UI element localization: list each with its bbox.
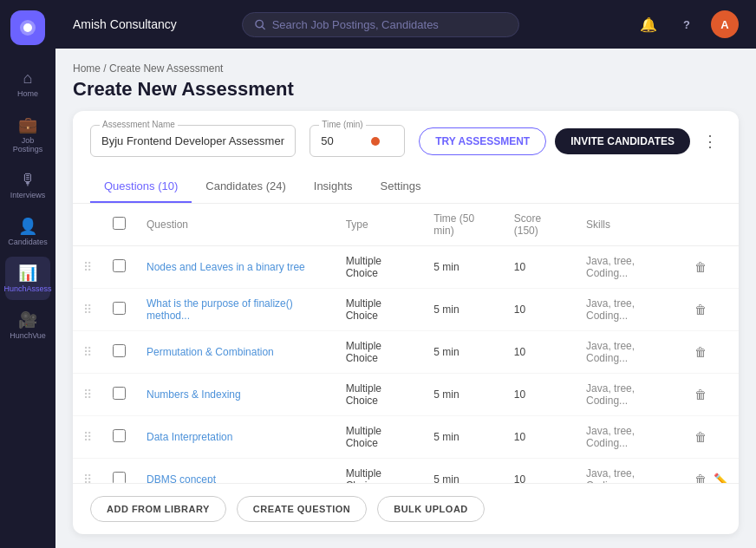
question-link[interactable]: Numbers & Indexing (147, 388, 241, 401)
row-actions: 🗑 (694, 260, 728, 274)
question-link[interactable]: DBMS concept (147, 473, 216, 483)
sidebar-item-label: HunchAssess (3, 284, 51, 293)
sidebar-item-home[interactable]: ⌂ Home (5, 62, 50, 105)
th-actions (684, 204, 739, 246)
th-skills: Skills (576, 204, 684, 246)
skills-cell: Java, tree, Coding... (576, 246, 684, 289)
delete-button[interactable]: 🗑 (694, 473, 707, 483)
delete-button[interactable]: 🗑 (694, 260, 707, 274)
tab-settings[interactable]: Settings (367, 171, 435, 203)
edit-button[interactable]: ✏️ (714, 473, 728, 483)
tab-candidates[interactable]: Candidates (24) (192, 171, 300, 203)
search-bar[interactable] (242, 12, 519, 37)
create-question-button[interactable]: CREATE QUESTION (237, 496, 367, 522)
assessment-name-field[interactable]: Assessment Name (90, 125, 296, 157)
help-button[interactable]: ? (673, 10, 701, 38)
skills-cell: Java, tree, Coding... (576, 374, 684, 416)
tab-insights[interactable]: Insights (300, 171, 367, 203)
sidebar-item-label: Interviews (10, 191, 46, 199)
row-checkbox[interactable] (113, 344, 126, 357)
row-checkbox[interactable] (113, 387, 126, 400)
sidebar-item-label: Candidates (8, 238, 48, 246)
breadcrumb-home[interactable]: Home (73, 62, 101, 75)
score-cell: 10 (504, 289, 576, 331)
help-icon: ? (683, 18, 690, 31)
th-drag (73, 204, 102, 246)
time-cell: 5 min (423, 289, 503, 331)
page-title: Create New Assessment (73, 78, 739, 101)
invite-candidates-button[interactable]: INVITE CANDIDATES (555, 128, 690, 154)
question-cell: What is the purpose of finalize() method… (136, 289, 336, 331)
delete-button[interactable]: 🗑 (694, 430, 707, 444)
sidebar-item-hunch-assess[interactable]: 📊 HunchAssess (5, 257, 50, 300)
tabs: Questions (10) Candidates (24) Insights … (90, 171, 721, 203)
bell-icon: 🔔 (640, 16, 657, 33)
home-icon: ⌂ (23, 69, 33, 88)
skills-cell: Java, tree, Coding... (576, 331, 684, 374)
sidebar-item-label: HunchVue (10, 331, 46, 340)
notification-button[interactable]: 🔔 (635, 10, 662, 38)
drag-handle[interactable]: ⠿ (83, 473, 92, 483)
drag-handle-cell: ⠿ (73, 374, 102, 416)
drag-handle[interactable]: ⠿ (83, 388, 92, 401)
sidebar-item-job-postings[interactable]: 💼 Job Postings (5, 108, 50, 160)
delete-button[interactable]: 🗑 (694, 345, 707, 359)
sidebar-item-candidates[interactable]: 👤 Candidates (5, 210, 50, 253)
skills-cell: Java, tree, Coding... (576, 289, 684, 331)
drag-handle[interactable]: ⠿ (83, 260, 92, 274)
action-cell: 🗑 (684, 331, 739, 374)
row-checkbox[interactable] (113, 259, 126, 272)
main-area: Amish Consultancy 🔔 ? A Home / Create Ne… (55, 0, 756, 548)
tab-questions[interactable]: Questions (10) (90, 171, 192, 203)
card-actions: TRY ASSESSMENT INVITE CANDIDATES ⋮ (419, 127, 721, 155)
row-actions: 🗑 (694, 388, 728, 401)
action-cell: 🗑 (684, 289, 739, 331)
bulk-upload-button[interactable]: BULK UPLOAD (377, 496, 485, 522)
row-checkbox[interactable] (113, 429, 126, 442)
drag-handle[interactable]: ⠿ (83, 303, 92, 316)
type-cell: Multiple Choice (336, 416, 424, 459)
card-header: Assessment Name Time (min) TRY ASSESSMEN… (73, 111, 739, 204)
question-link[interactable]: What is the purpose of finalize() method… (147, 297, 293, 322)
checkbox-cell (102, 416, 136, 459)
add-from-library-button[interactable]: ADD FROM LIBRARY (90, 496, 226, 522)
time-field[interactable]: Time (min) (310, 125, 405, 157)
table-row: ⠿ Nodes and Leaves in a binary tree Mult… (73, 246, 739, 289)
delete-button[interactable]: 🗑 (694, 303, 707, 316)
time-label: Time (min) (319, 120, 365, 129)
drag-handle[interactable]: ⠿ (83, 345, 92, 359)
action-cell: 🗑 (684, 374, 739, 416)
interviews-icon: 🎙 (20, 171, 36, 189)
row-checkbox[interactable] (113, 472, 126, 483)
action-cell: 🗑 (684, 246, 739, 289)
skills-cell: Java, tree, Coding... (576, 416, 684, 459)
row-checkbox[interactable] (113, 302, 126, 315)
drag-handle[interactable]: ⠿ (83, 430, 92, 444)
time-cell: 5 min (423, 331, 503, 374)
question-link[interactable]: Permutation & Combination (147, 346, 274, 358)
sidebar-item-label: Job Postings (9, 136, 47, 153)
time-cell: 5 min (423, 374, 503, 416)
select-all-checkbox[interactable] (113, 217, 126, 230)
more-options-button[interactable]: ⋮ (699, 132, 721, 151)
delete-button[interactable]: 🗑 (694, 388, 707, 401)
row-actions: 🗑 (694, 345, 728, 359)
time-input[interactable] (321, 134, 364, 147)
sidebar-item-hunch-vue[interactable]: 🎥 HunchVue (5, 303, 50, 347)
action-cell: 🗑 (684, 416, 739, 459)
search-input[interactable] (272, 18, 506, 31)
question-cell: Numbers & Indexing (136, 374, 336, 416)
try-assessment-button[interactable]: TRY ASSESSMENT (419, 127, 546, 155)
assessment-name-label: Assessment Name (100, 120, 178, 129)
question-link[interactable]: Data Interpretation (147, 431, 232, 443)
row-actions: 🗑 ✏️ (694, 473, 728, 483)
assessment-name-input[interactable] (101, 134, 284, 147)
drag-handle-cell: ⠿ (73, 246, 102, 289)
avatar[interactable]: A (711, 10, 739, 38)
checkbox-cell (102, 289, 136, 331)
question-link[interactable]: Nodes and Leaves in a binary tree (147, 261, 305, 273)
th-time: Time (50 min) (423, 204, 503, 246)
th-question: Question (136, 204, 336, 246)
sidebar-item-interviews[interactable]: 🎙 Interviews (5, 164, 50, 206)
table-row: ⠿ What is the purpose of finalize() meth… (73, 289, 739, 331)
